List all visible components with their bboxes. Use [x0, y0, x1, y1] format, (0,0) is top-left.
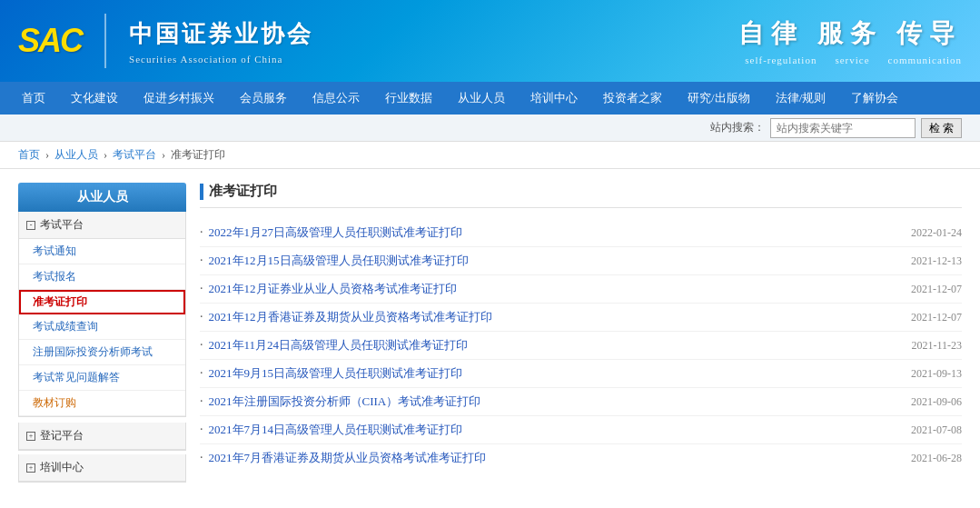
item-bullet-8: ·	[200, 451, 203, 465]
nav-home[interactable]: 首页	[9, 82, 58, 115]
item-left-5: · 2021年9月15日高级管理人员任职测试准考证打印	[200, 365, 462, 382]
item-left-6: · 2021年注册国际投资分析师（CIIA）考试准考证打印	[200, 393, 480, 410]
item-link-8[interactable]: 2021年7月香港证券及期货从业员资格考试准考证打印	[209, 450, 487, 466]
nav-investor[interactable]: 投资者之家	[590, 82, 675, 115]
search-bar: 站内搜索： 检 索	[0, 115, 980, 142]
nav-training[interactable]: 培训中心	[518, 82, 590, 115]
item-date-5: 2021-09-13	[911, 367, 962, 381]
sidebar-exam-label: 考试平台	[40, 217, 84, 233]
sidebar-exam-score[interactable]: 考试成绩查询	[19, 314, 185, 340]
nav-culture[interactable]: 文化建设	[58, 82, 131, 115]
list-item: · 2022年1月27日高级管理人员任职测试准考证打印 2022-01-24	[200, 219, 962, 247]
item-left-2: · 2021年12月证券业从业人员资格考试准考证打印	[200, 281, 457, 297]
item-bullet-2: ·	[200, 282, 203, 296]
sidebar-exam-admission[interactable]: 准考证打印	[19, 290, 185, 314]
sidebar-exam-ciia[interactable]: 注册国际投资分析师考试	[19, 340, 185, 365]
search-input[interactable]	[770, 118, 916, 138]
content-area: 准考证打印 · 2022年1月27日高级管理人员任职测试准考证打印 2022-0…	[200, 183, 962, 501]
sidebar-exam-faq[interactable]: 考试常见问题解答	[19, 365, 185, 391]
item-date-7: 2021-07-08	[911, 423, 962, 437]
content-title: 准考证打印	[200, 183, 962, 208]
nav-info[interactable]: 信息公示	[300, 82, 372, 115]
sidebar-register-label: 登记平台	[40, 428, 84, 443]
nav-research[interactable]: 研究/出版物	[675, 82, 763, 115]
list-item: · 2021年7月香港证券及期货从业员资格考试准考证打印 2021-06-28	[200, 444, 962, 472]
item-left-4: · 2021年11月24日高级管理人员任职测试准考证打印	[200, 337, 468, 354]
slogan-en-3: communication	[888, 55, 962, 65]
item-link-0[interactable]: 2022年1月27日高级管理人员任职测试准考证打印	[209, 224, 463, 241]
item-bullet-1: ·	[200, 254, 203, 268]
list-item: · 2021年7月14日高级管理人员任职测试准考证打印 2021-07-08	[200, 416, 962, 444]
list-item: · 2021年12月证券业从业人员资格考试准考证打印 2021-12-07	[200, 275, 962, 304]
breadcrumb: 首页 › 从业人员 › 考试平台 › 准考证打印	[0, 142, 980, 169]
header-logo: SAC 中国证券业协会 Securities Association of Ch…	[18, 14, 313, 68]
item-date-0: 2022-01-24	[911, 226, 962, 240]
sidebar-exam-section: - 考试平台 考试通知 考试报名 准考证打印 考试成绩查询 注册国际投资分析师考…	[18, 212, 186, 417]
sac-logo-text: SAC	[18, 22, 82, 60]
sidebar-register-section: + 登记平台	[18, 423, 186, 451]
nav-law[interactable]: 法律/规则	[763, 82, 839, 115]
item-date-3: 2021-12-07	[911, 311, 962, 324]
list-item: · 2021年11月24日高级管理人员任职测试准考证打印 2021-11-23	[200, 332, 962, 360]
item-left-3: · 2021年12月香港证券及期货从业员资格考试准考证打印	[200, 309, 492, 325]
title-marker	[200, 184, 203, 200]
sidebar-title: 从业人员	[18, 183, 186, 212]
item-link-1[interactable]: 2021年12月15日高级管理人员任职测试准考证打印	[209, 253, 469, 269]
slogans-en: self-regulation service communication	[738, 55, 962, 65]
slogan-en-2: service	[835, 55, 869, 65]
item-bullet-5: ·	[200, 366, 203, 381]
nav-about[interactable]: 了解协会	[838, 82, 911, 115]
expand-icon-register: +	[26, 432, 35, 441]
nav-member[interactable]: 会员服务	[227, 82, 300, 115]
item-link-4[interactable]: 2021年11月24日高级管理人员任职测试准考证打印	[209, 337, 469, 354]
item-link-6[interactable]: 2021年注册国际投资分析师（CIIA）考试准考证打印	[209, 393, 481, 410]
org-name: 中国证券业协会 Securities Association of China	[129, 18, 313, 65]
nav-staff[interactable]: 从业人员	[445, 82, 518, 115]
item-left-0: · 2022年1月27日高级管理人员任职测试准考证打印	[200, 224, 462, 241]
sidebar-exam-register[interactable]: 考试报名	[19, 264, 185, 290]
collapse-icon: -	[26, 221, 35, 230]
breadcrumb-exam[interactable]: 考试平台	[113, 148, 156, 161]
search-label: 站内搜索：	[710, 120, 765, 135]
expand-icon-train: +	[26, 463, 35, 473]
list-item: · 2021年12月15日高级管理人员任职测试准考证打印 2021-12-13	[200, 247, 962, 275]
item-left-7: · 2021年7月14日高级管理人员任职测试准考证打印	[200, 422, 462, 438]
sidebar-train-section: + 培训中心	[18, 454, 186, 483]
slogan-en-1: self-regulation	[745, 55, 817, 65]
breadcrumb-staff[interactable]: 从业人员	[54, 148, 98, 161]
header: SAC 中国证券业协会 Securities Association of Ch…	[0, 0, 980, 82]
header-slogans: 自律 服务 传导 self-regulation service communi…	[738, 16, 962, 65]
item-date-6: 2021-09-06	[911, 395, 962, 409]
list-item: · 2021年12月香港证券及期货从业员资格考试准考证打印 2021-12-07	[200, 304, 962, 332]
sidebar-train-label: 培训中心	[40, 460, 84, 475]
item-link-5[interactable]: 2021年9月15日高级管理人员任职测试准考证打印	[209, 365, 463, 382]
item-bullet-0: ·	[200, 225, 203, 240]
nav-bar: 首页 文化建设 促进乡村振兴 会员服务 信息公示 行业数据 从业人员 培训中心 …	[0, 82, 980, 115]
nav-data[interactable]: 行业数据	[372, 82, 445, 115]
list-item: · 2021年注册国际投资分析师（CIIA）考试准考证打印 2021-09-06	[200, 388, 962, 416]
org-name-cn: 中国证券业协会	[129, 18, 313, 50]
search-button[interactable]: 检 索	[921, 118, 962, 138]
nav-rural[interactable]: 促进乡村振兴	[131, 82, 227, 115]
sidebar-train-header[interactable]: + 培训中心	[19, 454, 185, 482]
item-left-1: · 2021年12月15日高级管理人员任职测试准考证打印	[200, 253, 469, 269]
item-bullet-4: ·	[200, 338, 203, 353]
item-date-8: 2021-06-28	[911, 452, 962, 465]
item-date-4: 2021-11-23	[911, 339, 962, 353]
sidebar: 从业人员 - 考试平台 考试通知 考试报名 准考证打印 考试成绩查询 注册国际投…	[18, 183, 186, 501]
item-bullet-3: ·	[200, 310, 203, 324]
sidebar-exam-notice[interactable]: 考试通知	[19, 239, 185, 264]
item-date-2: 2021-12-07	[911, 283, 962, 296]
sidebar-register-header[interactable]: + 登记平台	[19, 423, 185, 450]
item-link-7[interactable]: 2021年7月14日高级管理人员任职测试准考证打印	[209, 422, 463, 438]
breadcrumb-current: 准考证打印	[171, 148, 225, 161]
content-title-text: 准考证打印	[209, 183, 277, 200]
sidebar-exam-materials[interactable]: 教材订购	[19, 391, 185, 416]
slogans-cn: 自律 服务 传导	[738, 16, 962, 51]
logo-divider	[104, 14, 106, 68]
item-link-2[interactable]: 2021年12月证券业从业人员资格考试准考证打印	[209, 281, 457, 297]
sidebar-exam-header[interactable]: - 考试平台	[19, 212, 185, 239]
item-link-3[interactable]: 2021年12月香港证券及期货从业员资格考试准考证打印	[209, 309, 492, 325]
content-list: · 2022年1月27日高级管理人员任职测试准考证打印 2022-01-24 ·…	[200, 219, 962, 472]
breadcrumb-home[interactable]: 首页	[18, 148, 40, 161]
